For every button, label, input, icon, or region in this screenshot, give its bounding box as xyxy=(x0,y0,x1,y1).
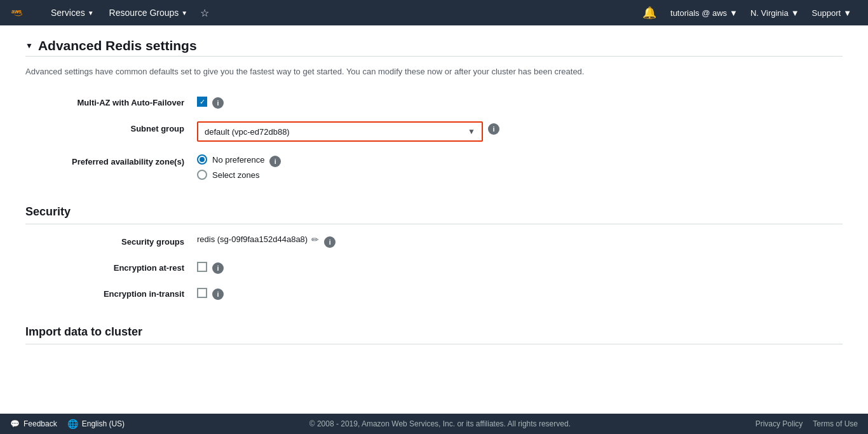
advanced-redis-divider xyxy=(25,56,843,57)
subnet-group-label: Subnet group xyxy=(25,121,197,133)
select-zones-radio-item[interactable]: Select zones xyxy=(197,170,264,180)
collapse-arrow-icon[interactable]: ▼ xyxy=(25,41,33,50)
main-content: ▼ Advanced Redis settings Advanced setti… xyxy=(0,25,868,400)
edit-security-group-icon[interactable]: ✏ xyxy=(311,234,319,245)
encryption-transit-row: Encryption in-transit i xyxy=(25,287,843,300)
account-nav[interactable]: tutorials @ aws ▼ xyxy=(664,0,744,25)
preferred-az-radio-group: No preference Select zones xyxy=(197,154,264,180)
svg-text:aws: aws xyxy=(11,8,22,14)
security-groups-row: Security groups redis (sg-09f9faa152d44a… xyxy=(25,234,843,248)
preferred-az-controls: No preference Select zones i xyxy=(197,154,281,180)
resource-groups-label: Resource Groups xyxy=(109,8,179,18)
import-divider xyxy=(25,344,843,344)
import-title: Import data to cluster xyxy=(25,325,843,339)
encryption-rest-label: Encryption at-rest xyxy=(25,261,197,273)
no-preference-label: No preference xyxy=(212,155,264,165)
region-chevron-icon: ▼ xyxy=(791,8,799,18)
support-nav[interactable]: Support ▼ xyxy=(806,0,858,25)
bell-icon: 🔔 xyxy=(642,6,656,19)
security-groups-controls: redis (sg-09f9faa152d44a8a8) ✏ i xyxy=(197,234,336,248)
no-preference-radio-item[interactable]: No preference xyxy=(197,154,264,165)
subnet-group-value: default (vpc-ed72db88) xyxy=(205,127,290,137)
encryption-rest-controls: i xyxy=(197,261,224,274)
security-groups-value: redis (sg-09f9faa152d44a8a8) xyxy=(197,234,308,244)
security-groups-label: Security groups xyxy=(25,234,197,247)
support-label: Support xyxy=(812,8,841,18)
aws-logo[interactable]: aws xyxy=(10,1,33,24)
no-preference-radio[interactable] xyxy=(197,154,207,165)
select-zones-label: Select zones xyxy=(212,170,259,180)
multi-az-row: Multi-AZ with Auto-Failover ✓ i xyxy=(25,95,843,109)
support-chevron-icon: ▼ xyxy=(843,8,851,18)
star-icon: ☆ xyxy=(200,7,209,19)
security-divider xyxy=(25,224,843,224)
top-navigation: aws Services ▼ Resource Groups ▼ ☆ 🔔 tut… xyxy=(0,0,868,25)
services-label: Services xyxy=(51,8,85,18)
subnet-group-dropdown[interactable]: default (vpc-ed72db88) ▼ xyxy=(197,121,483,142)
encryption-rest-checkbox[interactable] xyxy=(197,262,207,272)
advanced-redis-section-header: ▼ Advanced Redis settings xyxy=(25,38,843,53)
services-chevron-icon: ▼ xyxy=(88,10,94,17)
advanced-redis-title: Advanced Redis settings xyxy=(38,38,197,53)
preferred-az-label: Preferred availability zone(s) xyxy=(25,154,197,166)
multi-az-label: Multi-AZ with Auto-Failover xyxy=(25,95,197,107)
advanced-redis-description: Advanced settings have common defaults s… xyxy=(25,67,635,76)
encryption-transit-label: Encryption in-transit xyxy=(25,287,197,299)
security-title: Security xyxy=(25,199,843,219)
region-label: N. Virginia xyxy=(750,8,789,18)
preferred-az-row: Preferred availability zone(s) No prefer… xyxy=(25,154,843,180)
preferred-az-info-icon[interactable]: i xyxy=(269,156,281,167)
account-label: tutorials @ aws xyxy=(670,8,727,18)
security-section: Security xyxy=(25,199,843,224)
encryption-transit-checkbox[interactable] xyxy=(197,288,207,298)
import-section: Import data to cluster xyxy=(25,325,843,344)
bookmarks-nav[interactable]: ☆ xyxy=(195,0,214,25)
multi-az-info-icon[interactable]: i xyxy=(212,97,224,109)
subnet-group-info-icon[interactable]: i xyxy=(488,123,499,135)
select-zones-radio[interactable] xyxy=(197,170,207,180)
multi-az-checkbox[interactable]: ✓ xyxy=(197,97,207,107)
nav-right-section: 🔔 tutorials @ aws ▼ N. Virginia ▼ Suppor… xyxy=(635,0,858,25)
resource-groups-nav[interactable]: Resource Groups ▼ xyxy=(102,0,196,25)
encryption-transit-info-icon[interactable]: i xyxy=(212,288,224,300)
subnet-group-row: Subnet group default (vpc-ed72db88) ▼ i xyxy=(25,121,843,142)
region-nav[interactable]: N. Virginia ▼ xyxy=(744,0,806,25)
multi-az-controls: ✓ i xyxy=(197,95,224,109)
encryption-rest-row: Encryption at-rest i xyxy=(25,261,843,274)
subnet-group-controls: default (vpc-ed72db88) ▼ i xyxy=(197,121,499,142)
subnet-group-arrow-icon: ▼ xyxy=(468,127,475,136)
encryption-rest-info-icon[interactable]: i xyxy=(212,262,224,274)
radio-dot-icon xyxy=(200,157,205,162)
services-nav[interactable]: Services ▼ xyxy=(43,0,102,25)
encryption-transit-controls: i xyxy=(197,287,224,300)
security-groups-info-icon[interactable]: i xyxy=(324,236,336,248)
account-chevron-icon: ▼ xyxy=(729,8,738,18)
notifications-bell[interactable]: 🔔 xyxy=(635,6,664,20)
checkmark-icon: ✓ xyxy=(200,98,205,106)
resource-groups-chevron-icon: ▼ xyxy=(181,10,187,17)
